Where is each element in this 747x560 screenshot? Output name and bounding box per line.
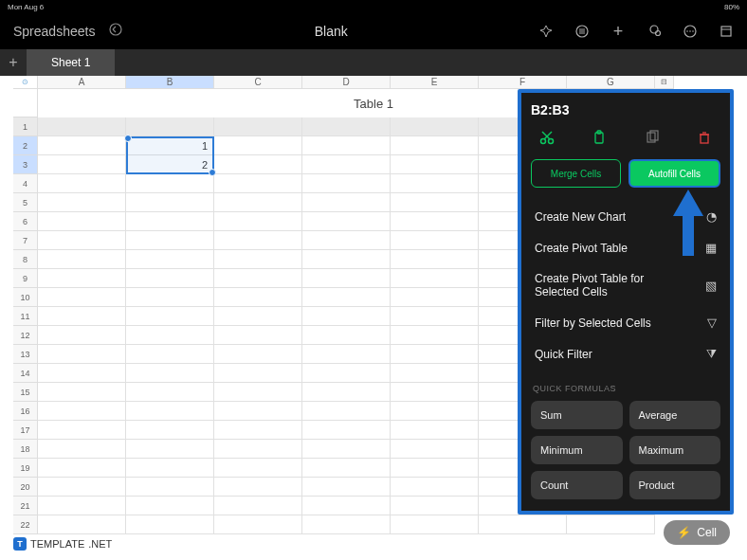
- row-header-18[interactable]: 18: [13, 440, 38, 459]
- row-header-19[interactable]: 19: [13, 459, 38, 478]
- col-header-f[interactable]: F: [479, 76, 567, 89]
- row-header-7[interactable]: 7: [13, 231, 38, 250]
- document-title: Blank: [123, 24, 538, 39]
- cell-b3[interactable]: 2: [126, 155, 214, 174]
- svg-point-9: [689, 30, 691, 32]
- row-header-21[interactable]: 21: [13, 497, 38, 515]
- formula-average[interactable]: Average: [629, 401, 721, 429]
- svg-point-8: [686, 30, 688, 32]
- trash-icon[interactable]: [694, 127, 715, 148]
- add-sheet-button[interactable]: +: [0, 49, 27, 76]
- pin-icon[interactable]: [538, 24, 554, 39]
- status-right: 80%: [724, 3, 739, 11]
- copy-icon[interactable]: [642, 127, 663, 148]
- formula-minimum[interactable]: Minimum: [531, 436, 623, 464]
- context-panel: B2:B3 Merge Cells Autofill Cells Create …: [518, 89, 734, 515]
- formula-sum[interactable]: Sum: [531, 401, 623, 429]
- quick-filter-icon: ⧩: [706, 347, 717, 362]
- more-icon[interactable]: [683, 24, 698, 39]
- quick-filter-item[interactable]: Quick Filter⧩: [531, 338, 720, 370]
- row-header-11[interactable]: 11: [13, 307, 38, 326]
- top-toolbar: Spreadsheets Blank +: [0, 13, 747, 49]
- svg-point-5: [650, 26, 658, 33]
- row-header-1[interactable]: 1: [13, 117, 38, 136]
- row-header-14[interactable]: 14: [13, 364, 38, 383]
- col-header-c[interactable]: C: [214, 76, 302, 89]
- row-headers: 1 2 3 4 5 6 7 8 9 10 11 12 13 14 15 16 1…: [13, 89, 38, 534]
- footer-brand: T TEMPLATE.NET: [13, 537, 112, 551]
- row-header-13[interactable]: 13: [13, 345, 38, 364]
- row-header-6[interactable]: 6: [13, 212, 38, 231]
- brush-icon[interactable]: [647, 24, 662, 39]
- sheet-tab[interactable]: Sheet 1: [27, 49, 115, 76]
- row-header-4[interactable]: 4: [13, 174, 38, 193]
- col-header-d[interactable]: D: [302, 76, 391, 89]
- row-header-22[interactable]: 22: [13, 515, 38, 534]
- create-pivot-selected-item[interactable]: Create Pivot Table for Selected Cells▧: [531, 263, 720, 307]
- col-header-a[interactable]: A: [38, 76, 126, 89]
- filter-icon: ▽: [707, 316, 717, 330]
- svg-point-10: [692, 30, 694, 32]
- col-header-e[interactable]: E: [391, 76, 479, 89]
- row-header-3[interactable]: 3: [13, 155, 38, 174]
- create-pivot-item[interactable]: Create Pivot Table▦: [531, 232, 720, 263]
- row-header-15[interactable]: 15: [13, 383, 38, 402]
- lightning-icon: ⚡: [677, 526, 691, 539]
- filter-selected-item[interactable]: Filter by Selected Cells▽: [531, 307, 720, 338]
- paste-icon[interactable]: [589, 127, 610, 148]
- panel-action-list: Create New Chart◔ Create Pivot Table▦ Cr…: [531, 201, 720, 370]
- col-header-b[interactable]: B: [126, 76, 214, 89]
- create-chart-item[interactable]: Create New Chart◔: [531, 201, 720, 232]
- add-icon[interactable]: +: [610, 24, 626, 39]
- panel-icon[interactable]: [719, 24, 734, 39]
- pivot-icon: ▦: [705, 241, 717, 255]
- formula-grid: Sum Average Minimum Maximum Count Produc…: [531, 401, 720, 499]
- row-header-10[interactable]: 10: [13, 288, 38, 307]
- app-label[interactable]: Spreadsheets: [13, 24, 95, 39]
- row-header-9[interactable]: 9: [13, 269, 38, 288]
- tab-bar: + Sheet 1: [0, 49, 747, 76]
- cell-b2[interactable]: 1: [126, 136, 214, 155]
- merge-cells-button[interactable]: Merge Cells: [531, 159, 621, 188]
- row-header-17[interactable]: 17: [13, 421, 38, 440]
- clock-icon: ◔: [706, 209, 717, 224]
- row-header-12[interactable]: 12: [13, 326, 38, 345]
- svg-rect-11: [721, 27, 731, 36]
- row-header-16[interactable]: 16: [13, 402, 38, 421]
- row-header-20[interactable]: 20: [13, 478, 38, 497]
- brand-logo-icon: T: [13, 537, 27, 551]
- row-header-8[interactable]: 8: [13, 250, 38, 269]
- cut-icon[interactable]: [537, 127, 557, 148]
- status-left: Mon Aug 6: [8, 3, 44, 11]
- formula-product[interactable]: Product: [629, 471, 721, 499]
- cell-mode-pill[interactable]: ⚡ Cell: [664, 520, 730, 545]
- svg-point-0: [110, 24, 121, 35]
- svg-rect-21: [701, 135, 708, 143]
- row-header-2[interactable]: 2: [13, 136, 38, 155]
- selection-range-label: B2:B3: [531, 102, 720, 117]
- circle-menu-icon[interactable]: [574, 24, 590, 39]
- undo-icon[interactable]: [108, 22, 123, 41]
- pivot-sel-icon: ▧: [705, 279, 717, 293]
- col-header-g[interactable]: G: [567, 76, 655, 89]
- formula-count[interactable]: Count: [531, 471, 623, 499]
- select-all-corner[interactable]: ⊙: [13, 76, 38, 89]
- quick-formulas-header: QUICK FORMULAS: [533, 384, 720, 393]
- formula-maximum[interactable]: Maximum: [629, 436, 721, 464]
- autofill-cells-button[interactable]: Autofill Cells: [629, 159, 720, 188]
- col-header-more[interactable]: ⊟: [655, 76, 674, 89]
- column-headers: A B C D E F G ⊟: [38, 76, 734, 89]
- row-header-5[interactable]: 5: [13, 193, 38, 212]
- status-bar: Mon Aug 6 80%: [0, 0, 747, 13]
